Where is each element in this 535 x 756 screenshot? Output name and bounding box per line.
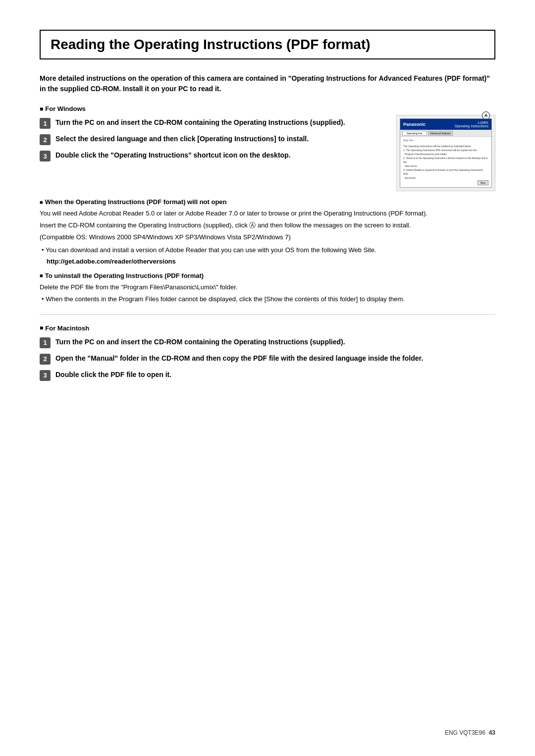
intro-text: More detailed instructions on the operat… [40,73,495,94]
ss-tab1: Operating Inst. [402,131,427,136]
when-not-open-header: When the Operating Instructions (PDF for… [40,198,495,206]
windows-step1: 1 Turn the PC on and insert the CD-ROM c… [40,117,386,129]
uninstall-body1: Delete the PDF file from the "Program Fi… [40,282,495,292]
mac-step1: 1 Turn the PC on and insert the CD-ROM c… [40,337,495,348]
when-not-open-body3: (Compatible OS: Windows 2000 SP4/Windows… [40,232,495,242]
windows-section-header: For Windows [40,105,495,112]
website-link: http://get.adobe.com/reader/otherversion… [47,258,495,265]
section-divider [40,314,495,315]
when-not-open-body2: Insert the CD-ROM containing the Operati… [40,220,495,230]
page-title: Reading the Operating Instructions (PDF … [51,37,484,53]
mac-step2: 2 Open the "Manual" folder in the CD-ROM… [40,353,495,365]
page-number: 43 [489,729,495,736]
mac-step3-text: Double click the PDF file to open it. [55,370,171,379]
screenshot-inner: Panasonic LUMIXOperating Instructions Op… [400,118,492,188]
step3-text: Double click the "Operating Instructions… [55,150,291,160]
page-title-box: Reading the Operating Instructions (PDF … [40,30,495,59]
ss-title-right: LUMIXOperating Instructions [455,121,488,128]
ss-install-btn: Next [478,180,488,185]
windows-step2: 2 Select the desired language and then c… [40,134,386,145]
windows-step3: 3 Double click the "Operating Instructio… [40,150,386,162]
uninstall-bullet1: When the contents in the Program Files f… [40,294,495,304]
mac-step2-text: Open the "Manual" folder in the CD-ROM a… [55,353,423,363]
step1-num: 1 [40,118,51,129]
macintosh-section-header: For Macintosh [40,324,495,332]
ss-logo: Panasonic [403,122,426,127]
mac-step1-num: 1 [40,337,51,348]
step2-num: 2 [40,134,51,145]
step2-text: Select the desired language and then cli… [55,134,309,144]
mac-step2-num: 2 [40,354,51,365]
screenshot-box: A Panasonic LUMIXOperating Instructions … [396,115,495,191]
mac-step3: 3 Double click the PDF file to open it. [40,370,495,381]
when-not-open-body1: You will need Adobe Acrobat Reader 5.0 o… [40,209,495,218]
step1-text: Turn the PC on and insert the CD-ROM con… [55,117,345,127]
mac-step3-num: 3 [40,370,51,381]
when-not-open-bullet1: You can download and install a version o… [40,245,495,255]
step3-num: 3 [40,151,51,162]
mac-step1-text: Turn the PC on and insert the CD-ROM con… [55,337,345,347]
ss-tab2: Advanced features [428,131,453,136]
page-footer: ENG VQT3E96 43 [445,729,495,736]
uninstall-header: To uninstall the Operating Instructions … [40,272,495,279]
footer-text: ENG VQT3E96 [445,729,485,736]
